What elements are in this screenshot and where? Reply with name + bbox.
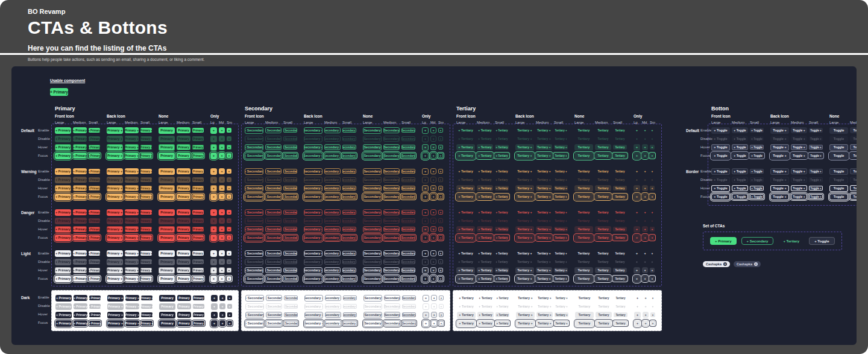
tertiary-none-button[interactable]: Tertiary — [613, 169, 627, 174]
tertiary-back-button[interactable]: Tertiary + — [554, 210, 568, 215]
primary-front-button[interactable]: + Primary — [89, 218, 100, 223]
secondary-only-button[interactable]: + — [438, 194, 443, 199]
primary-back-button[interactable]: Primary + — [107, 250, 123, 257]
secondary-front-button[interactable]: + Secondary — [283, 169, 297, 174]
tertiary-back-button[interactable]: Tertiary + — [536, 250, 552, 256]
secondary-only-button[interactable]: + — [423, 320, 429, 327]
secondary-only-button[interactable]: + — [430, 259, 436, 265]
secondary-back-button[interactable]: Secondary + — [324, 144, 341, 150]
toggle-front-button[interactable]: + Toggle — [711, 194, 730, 200]
tertiary-back-button[interactable]: Tertiary + — [554, 136, 568, 141]
secondary-back-button[interactable]: Secondary + — [342, 227, 356, 232]
secondary-back-button[interactable]: Secondary + — [304, 153, 322, 159]
secondary-only-button[interactable]: + — [422, 177, 429, 183]
tertiary-none-button[interactable]: Tertiary — [574, 177, 593, 183]
secondary-none-button[interactable]: Secondary — [383, 218, 400, 224]
secondary-front-button[interactable]: + Secondary — [283, 227, 297, 232]
tertiary-front-button[interactable]: + Tertiary — [477, 127, 493, 133]
tertiary-front-button[interactable]: + Tertiary — [495, 304, 509, 309]
primary-back-button[interactable]: Primary + — [107, 136, 123, 142]
primary-front-button[interactable]: + Primary — [55, 312, 72, 318]
tertiary-back-button[interactable]: Tertiary + — [536, 209, 552, 215]
secondary-back-button[interactable]: Secondary + — [342, 276, 356, 281]
secondary-front-button[interactable]: + Secondary — [283, 218, 297, 223]
secondary-back-button[interactable]: Secondary + — [342, 210, 356, 215]
secondary-none-button[interactable]: Secondary — [383, 185, 400, 191]
tertiary-front-button[interactable]: + Tertiary — [477, 218, 493, 224]
tertiary-front-button[interactable]: + Tertiary — [456, 267, 475, 274]
secondary-front-button[interactable]: + Secondary — [283, 210, 297, 215]
primary-none-button[interactable]: Primary — [192, 153, 204, 158]
primary-only-button[interactable]: + — [210, 267, 217, 274]
secondary-only-button[interactable]: + — [422, 235, 429, 241]
secondary-none-button[interactable]: Secondary — [363, 250, 382, 257]
secondary-back-button[interactable]: Secondary + — [304, 276, 322, 282]
tertiary-none-button[interactable]: Tertiary — [575, 303, 594, 310]
tertiary-none-button[interactable]: Tertiary — [595, 226, 611, 232]
tertiary-none-button[interactable]: Tertiary — [575, 295, 594, 302]
tertiary-only-button[interactable]: + — [634, 235, 640, 241]
primary-back-button[interactable]: Primary + — [140, 251, 152, 256]
primary-back-button[interactable]: Primary + — [125, 303, 139, 309]
toggle-back-button[interactable]: Toggle + — [809, 145, 823, 150]
chip[interactable]: Cashapka× — [734, 261, 761, 267]
toggle-none-button[interactable]: Toggle — [850, 136, 857, 142]
secondary-back-button[interactable]: Secondary + — [304, 226, 322, 233]
primary-only-button[interactable]: + — [219, 320, 225, 326]
tertiary-back-button[interactable]: Tertiary + — [515, 136, 534, 142]
tertiary-none-button[interactable]: Tertiary — [613, 186, 627, 191]
tertiary-front-button[interactable]: + Tertiary — [456, 259, 475, 265]
tertiary-front-button[interactable]: + Tertiary — [495, 128, 509, 133]
tertiary-front-button[interactable]: + Tertiary — [477, 226, 493, 232]
primary-none-button[interactable]: Primary — [177, 259, 190, 265]
tertiary-only-button[interactable]: + — [650, 321, 655, 326]
primary-only-button[interactable]: + — [210, 153, 217, 159]
tertiary-none-button[interactable]: Tertiary — [574, 136, 593, 142]
secondary-back-button[interactable]: Secondary + — [304, 250, 322, 257]
secondary-none-button[interactable]: Secondary — [383, 209, 400, 215]
tertiary-none-button[interactable]: Tertiary — [595, 153, 611, 159]
secondary-none-button[interactable]: Secondary — [401, 259, 415, 264]
secondary-only-button[interactable]: + — [422, 218, 429, 224]
secondary-none-button[interactable]: Secondary — [363, 136, 382, 142]
secondary-front-button[interactable]: + Secondary — [284, 296, 298, 300]
tertiary-none-button[interactable]: Tertiary — [595, 136, 611, 142]
tertiary-back-button[interactable]: Tertiary + — [536, 312, 553, 318]
primary-front-button[interactable]: + Primary — [89, 153, 100, 158]
primary-back-button[interactable]: Primary + — [107, 168, 123, 175]
toggle-back-button[interactable]: Toggle + — [791, 153, 807, 159]
secondary-front-button[interactable]: + Secondary — [245, 250, 263, 257]
secondary-back-button[interactable]: Secondary + — [325, 320, 341, 326]
primary-none-button[interactable]: Primary — [159, 303, 175, 310]
secondary-only-button[interactable]: + — [430, 127, 436, 133]
primary-only-button[interactable]: + — [227, 321, 232, 326]
primary-back-button[interactable]: Primary + — [141, 296, 153, 300]
secondary-none-button[interactable]: Secondary — [401, 177, 415, 182]
secondary-none-button[interactable]: Secondary — [363, 185, 382, 192]
tertiary-only-button[interactable]: + — [634, 209, 640, 216]
tertiary-back-button[interactable]: Tertiary + — [536, 235, 552, 241]
primary-back-button[interactable]: Primary + — [107, 209, 123, 216]
secondary-none-button[interactable]: Secondary — [401, 145, 415, 150]
primary-back-button[interactable]: Primary + — [125, 185, 139, 191]
toggle-none-button[interactable]: Toggle — [850, 177, 857, 183]
primary-front-button[interactable]: + Primary — [55, 144, 71, 151]
tertiary-front-button[interactable]: + Tertiary — [477, 168, 493, 174]
secondary-only-button[interactable]: + — [430, 267, 436, 273]
secondary-front-button[interactable]: + Secondary — [245, 320, 264, 327]
primary-back-button[interactable]: Primary + — [125, 153, 139, 159]
primary-only-button[interactable]: + — [219, 312, 225, 318]
secondary-none-button[interactable]: Secondary — [384, 303, 400, 309]
tertiary-front-button[interactable]: + Tertiary — [457, 312, 476, 318]
secondary-front-button[interactable]: + Secondary — [283, 268, 297, 273]
primary-back-button[interactable]: Primary + — [125, 295, 139, 301]
secondary-back-button[interactable]: Secondary + — [324, 177, 341, 183]
secondary-front-button[interactable]: + Secondary — [245, 185, 263, 192]
primary-only-button[interactable]: + — [210, 235, 217, 241]
primary-none-button[interactable]: Primary — [177, 250, 190, 256]
toggle-back-button[interactable]: Toggle + — [770, 177, 789, 183]
secondary-front-button[interactable]: + Secondary — [265, 168, 281, 174]
primary-none-button[interactable]: Primary — [177, 276, 190, 282]
tertiary-none-button[interactable]: Tertiary — [574, 267, 593, 274]
primary-front-button[interactable]: + Primary — [89, 227, 100, 232]
